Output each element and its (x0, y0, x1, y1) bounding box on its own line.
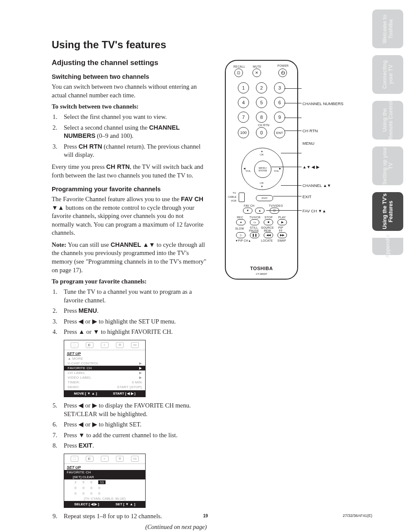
play-button: ▶ (277, 219, 287, 225)
subsection-heading: Programming your favorite channels (52, 186, 207, 193)
procedure-heading: To program your favorite channels: (52, 278, 207, 285)
tab-appendix[interactable]: Appendix (372, 238, 403, 255)
step: 8.Press EXIT. (59, 442, 207, 450)
num-6: 6 (274, 97, 285, 108)
num-1: 1 (238, 82, 249, 93)
side-tabs: Welcome to Toshiba Connecting your TV Us… (372, 9, 403, 255)
tab-welcome[interactable]: Welcome to Toshiba (372, 9, 403, 48)
step-list: 1.Select the first channel you want to v… (52, 113, 207, 159)
tab-remote[interactable]: Using the Remote Control (372, 101, 403, 140)
tvvcr-button: ▭ (250, 219, 259, 225)
rew-button: ◀◀ (264, 232, 273, 238)
callout: MENU (302, 141, 314, 146)
step: 6.Press ◀ or ▶ to highlight SET. (59, 420, 207, 429)
power-button: ⏻ (278, 68, 287, 77)
callout: CH RTN (302, 128, 318, 133)
step: 1.Select the first channel you want to v… (59, 113, 207, 121)
tab-setup[interactable]: Setting up your TV (372, 146, 403, 185)
step: 5.Press ◀ or ▶ to display the FAVORITE C… (59, 401, 207, 418)
mute-button: ✕ (252, 68, 261, 77)
step: 3.Press CH RTN (channel return). The pre… (59, 143, 207, 159)
slow-button: ▷ (236, 232, 246, 238)
menu-enter-button: MENU/ ENTER (254, 161, 271, 178)
step: 7.Press ▼ to add the current channel to … (59, 431, 207, 440)
tab-connecting[interactable]: Connecting your TV (372, 55, 403, 94)
favch-down: ▼ (243, 208, 252, 214)
num-5: 5 (256, 97, 267, 108)
mode-switch (239, 193, 245, 202)
page-footer: 19 27/32/36AF41(E) (0, 513, 411, 518)
note: Note: You can still use CHANNEL ▲▼ to cy… (52, 241, 207, 274)
callout: EXIT (302, 194, 311, 199)
ent-button: ENT (274, 127, 285, 138)
pause-button: ❚❚ (250, 232, 259, 238)
section-heading: Adjusting the channel settings (52, 59, 207, 67)
ff-button: ▶▶ (277, 232, 287, 238)
callout: CHANNEL NUMBERS (302, 101, 343, 106)
step: 4.Press ▲ or ▼ to highlight FAVORITE CH. (59, 328, 207, 336)
brand-label: TOSHIBA (226, 266, 297, 271)
step: 2.Select a second channel using the CHAN… (59, 124, 207, 140)
num-2: 2 (256, 82, 267, 93)
num-8: 8 (256, 112, 267, 123)
page-number: 19 (203, 513, 208, 518)
num-0: 0 (256, 127, 267, 138)
model-label: CT-90037 (226, 273, 297, 275)
osd-screenshot-favorite: ⬚◐⟐⊚cc SET UP FAVORITE CH [SET] CLEAR 25… (64, 454, 146, 508)
num-7: 7 (238, 112, 249, 123)
procedure-heading: To switch between two channels: (52, 103, 207, 110)
continued-note: (Continued on next page) (52, 524, 207, 531)
callout: FAV CH ▼▲ (302, 208, 326, 213)
favch-up: ▲ (255, 208, 265, 214)
callout: ▲▼ ◀ ▶ (302, 165, 320, 169)
num-4: 4 (238, 97, 249, 108)
page-title: Using the TV's features (52, 39, 207, 51)
step-list: 1.Tune the TV to a channel you want to p… (52, 288, 207, 336)
rec-button: ● (236, 219, 246, 225)
tab-features[interactable]: Using the TV's Features (372, 192, 403, 231)
remote-diagram: RECALL MUTE POWER ⊡ ✕ ⏻ 1 2 3 4 5 6 7 8 … (220, 58, 334, 282)
exit-button: EXIT (256, 195, 273, 201)
step: 1.Tune the TV to a channel you want to p… (59, 288, 207, 305)
paragraph: You can switch between two channels with… (52, 83, 207, 100)
paragraph: The Favorite Channel feature allows you … (52, 195, 207, 237)
main-content: Using the TV's features Adjusting the ch… (52, 39, 207, 493)
stop-button: ■ (264, 219, 273, 225)
step: 2.Press MENU. (59, 307, 207, 315)
recall-button: ⊡ (234, 68, 243, 77)
step-list: 5.Press ◀ or ▶ to display the FAVORITE C… (52, 401, 207, 450)
tvvideo-button: ⊡ (270, 208, 279, 214)
callout: CHANNEL ▲▼ (302, 183, 331, 188)
paragraph: Every time you press CH RTN, the TV will… (52, 163, 207, 180)
doc-id: 27/32/36AF41(E) (342, 513, 372, 518)
num-3: 3 (274, 82, 285, 93)
step: 3.Press ◀ or ▶ to highlight the SET UP m… (59, 317, 207, 326)
num-9: 9 (274, 112, 285, 123)
num-100: 100 (238, 127, 249, 138)
osd-screenshot-setup: ⬚◐⟐⊚cc SET UP ▲ MORE V-CHIP CONTROL▶ FAV… (64, 340, 146, 397)
subsection-heading: Switching between two channels (52, 73, 207, 80)
dpad: ▲ CH ◀ VOL ▶ VOL CH ▼ MENU/ ENTER (241, 148, 283, 190)
